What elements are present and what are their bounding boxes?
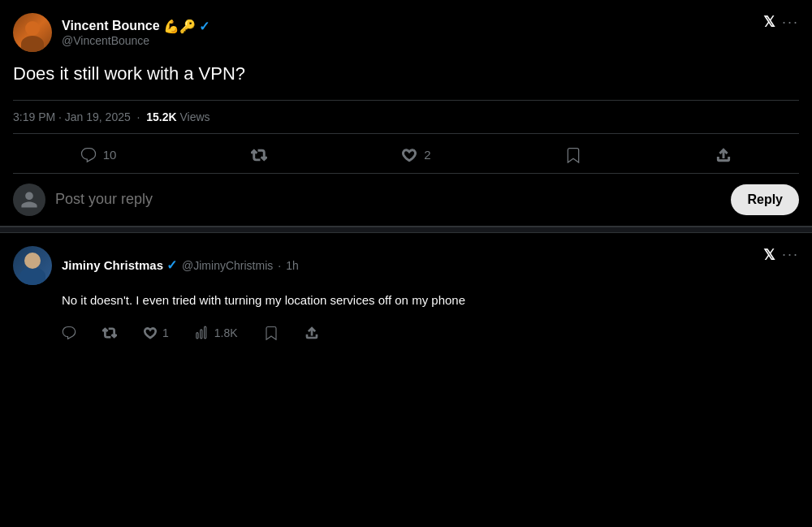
like-stat[interactable]: 2	[401, 147, 430, 163]
reply-area: Reply	[13, 174, 799, 226]
user-placeholder-icon	[19, 190, 39, 210]
reply-avatar	[13, 184, 45, 216]
reply-bookmark-stat[interactable]	[264, 326, 279, 340]
reply-tweet-header-left: Jiminy Christmas ✓ @JiminyChristmis · 1h	[13, 246, 299, 285]
tweet-views-label: Views	[179, 110, 209, 123]
tweet-content: Does it still work with a VPN?	[13, 62, 799, 87]
like-icon	[401, 147, 417, 163]
reply-more-options-button[interactable]: ···	[782, 246, 799, 263]
tweet-header: Vincent Bounce 💪🔑 ✓ @VincentBounce 𝕏 ···	[13, 13, 799, 52]
reply-retweet-icon	[102, 326, 117, 340]
reply-stat[interactable]: 10	[80, 147, 117, 163]
retweet-stat[interactable]	[251, 147, 267, 163]
share-stat[interactable]	[715, 147, 732, 163]
reply-views-icon	[195, 326, 209, 340]
tweet-views-count: 15.2K	[146, 110, 176, 123]
reply-views-count: 1.8K	[214, 326, 238, 339]
reply-content: No it doesn't. I even tried with turning…	[62, 292, 799, 310]
display-name: Vincent Bounce 💪🔑 ✓	[62, 19, 209, 34]
reply-tweet-header: Jiminy Christmas ✓ @JiminyChristmis · 1h…	[13, 246, 799, 285]
tweet-actions-top: 𝕏 ···	[763, 13, 799, 31]
reply-time: ·	[278, 259, 281, 272]
reply-input[interactable]	[55, 191, 721, 208]
reply-like-count: 1	[162, 326, 169, 339]
reply-share-icon	[304, 326, 319, 340]
avatar[interactable]	[13, 13, 52, 52]
reply-username: @JiminyChristmis	[182, 259, 273, 272]
reply-tweet-stats: 1 1.8K	[62, 319, 799, 353]
reply-reply-icon	[62, 326, 76, 340]
bookmark-icon	[565, 147, 581, 163]
retweet-icon	[251, 147, 267, 163]
section-divider	[0, 227, 812, 233]
reply-time-ago: 1h	[286, 259, 299, 272]
reply-like-icon	[143, 326, 158, 340]
reply-button[interactable]: Reply	[731, 184, 799, 215]
author-emojis: 💪🔑	[163, 19, 196, 34]
reply-share-stat[interactable]	[304, 326, 319, 340]
reply-views-stat[interactable]: 1.8K	[195, 326, 238, 340]
reply-like-stat[interactable]: 1	[143, 326, 169, 340]
reply-reply-stat[interactable]	[62, 326, 76, 340]
author-name: Vincent Bounce	[62, 19, 160, 33]
verified-badge: ✓	[199, 19, 209, 34]
reply-tweet-actions: 𝕏 ···	[763, 246, 799, 264]
user-info: Vincent Bounce 💪🔑 ✓ @VincentBounce	[62, 19, 209, 47]
share-icon	[715, 147, 732, 163]
reply-user-info: Jiminy Christmas ✓ @JiminyChristmis · 1h	[62, 257, 299, 273]
tweet-stats: 10 2	[13, 137, 799, 174]
x-logo-icon[interactable]: 𝕏	[763, 13, 775, 31]
reply-icon	[80, 147, 97, 163]
bookmark-stat[interactable]	[565, 147, 581, 163]
reply-display-name: Jiminy Christmas ✓	[62, 257, 177, 273]
username: @VincentBounce	[62, 34, 209, 47]
reply-bookmark-icon	[264, 326, 279, 340]
reply-user-info-row: Jiminy Christmas ✓ @JiminyChristmis · 1h	[62, 257, 299, 273]
main-tweet: Vincent Bounce 💪🔑 ✓ @VincentBounce 𝕏 ···…	[0, 0, 812, 227]
reply-verified-badge: ✓	[166, 257, 177, 273]
reply-retweet-stat[interactable]	[102, 326, 117, 340]
reply-x-logo-icon[interactable]: 𝕏	[763, 246, 775, 264]
tweet-timestamp: 3:19 PM · Jan 19, 2025	[13, 110, 131, 123]
tweet-header-left: Vincent Bounce 💪🔑 ✓ @VincentBounce	[13, 13, 209, 52]
reply-tweet: Jiminy Christmas ✓ @JiminyChristmis · 1h…	[0, 233, 812, 354]
reply-author-name: Jiminy Christmas	[62, 258, 163, 272]
reply-count: 10	[103, 148, 117, 162]
reply-avatar-image[interactable]	[13, 246, 52, 285]
like-count: 2	[424, 148, 430, 162]
more-options-button[interactable]: ···	[782, 14, 799, 31]
tweet-meta: 3:19 PM · Jan 19, 2025 · 15.2K Views	[13, 100, 799, 134]
